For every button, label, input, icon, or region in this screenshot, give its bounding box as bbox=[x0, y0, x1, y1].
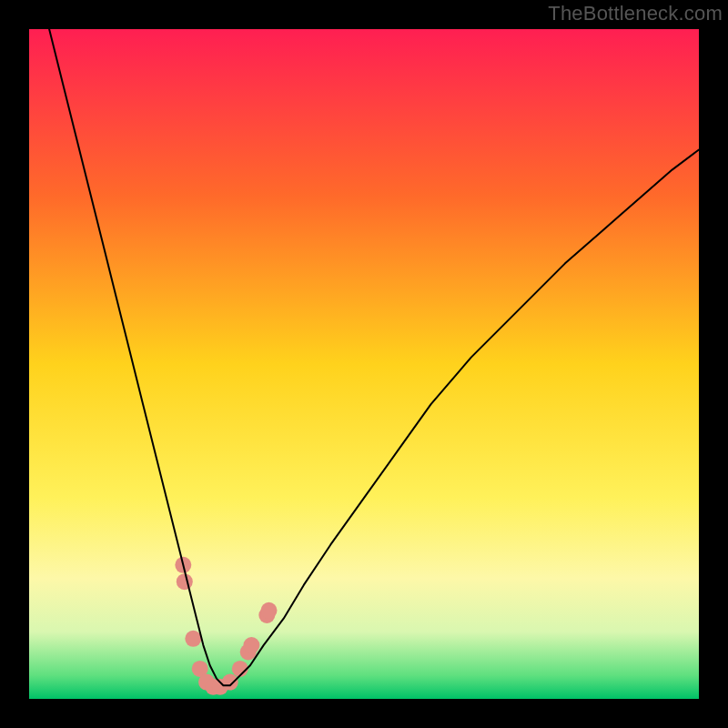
bottleneck-chart bbox=[0, 0, 728, 728]
marker-dot bbox=[185, 631, 201, 647]
chart-frame: TheBottleneck.com bbox=[0, 0, 728, 728]
plot-background bbox=[29, 29, 699, 699]
marker-dot bbox=[177, 573, 193, 590]
marker-dot bbox=[222, 674, 238, 691]
marker-dot bbox=[243, 637, 259, 653]
marker-dot bbox=[261, 602, 278, 619]
